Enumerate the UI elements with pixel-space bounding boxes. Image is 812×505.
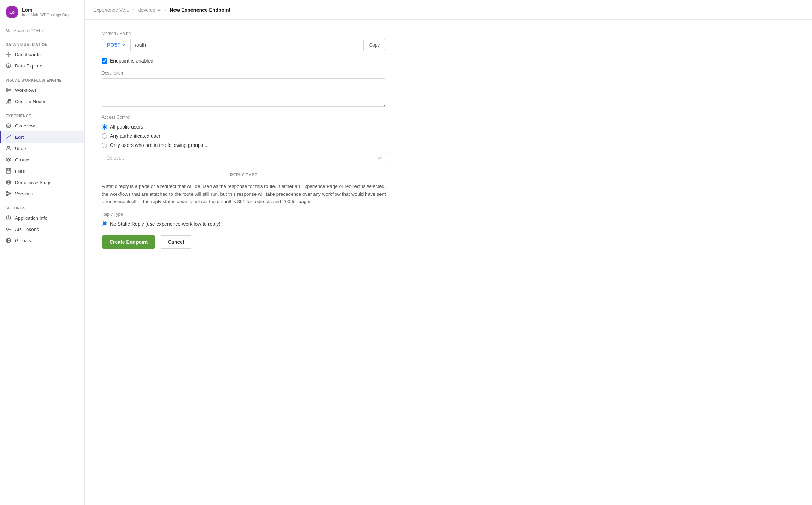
user-org: from Main WEGnology Org (22, 13, 69, 17)
user-name: Lom (22, 7, 69, 13)
route-input[interactable] (131, 39, 363, 50)
section-workflow: VISUAL WORKFLOW ENGINE Workflows Custom … (0, 73, 84, 108)
svg-point-29 (9, 158, 11, 160)
create-endpoint-button[interactable]: Create Endpoint (102, 235, 155, 249)
description-textarea[interactable] (102, 78, 386, 107)
users-icon (6, 145, 11, 151)
cancel-button[interactable]: Cancel (160, 235, 192, 249)
svg-point-34 (6, 194, 8, 196)
sidebar-item-versions[interactable]: Versions (0, 188, 84, 199)
breadcrumb-app: Experience Ve... (93, 7, 129, 13)
reply-type-label: Reply Type (102, 212, 386, 217)
section-settings: SETTINGS Application Info API Tokens Glo… (0, 201, 84, 248)
sidebar-item-workflows[interactable]: Workflows (0, 84, 84, 96)
svg-rect-21 (8, 101, 11, 102)
svg-point-42 (6, 228, 8, 230)
svg-point-33 (6, 191, 8, 193)
svg-point-27 (7, 146, 10, 148)
sidebar-item-globals[interactable]: Globals (0, 235, 84, 246)
sidebar-label-globals: Globals (15, 238, 31, 243)
endpoint-enabled-label: Endpoint is enabled (110, 58, 153, 64)
search-bar[interactable]: Search (⌥+L) (0, 24, 84, 37)
groups-select[interactable]: Select... (102, 152, 386, 164)
svg-rect-20 (8, 100, 11, 101)
section-label-data-viz: DATA VISUALIZATION (0, 43, 84, 49)
sidebar-label-dashboards: Dashboards (15, 52, 41, 57)
action-row: Create Endpoint Cancel (102, 235, 386, 249)
svg-rect-3 (9, 52, 11, 54)
sidebar-item-groups[interactable]: Groups (0, 154, 84, 165)
endpoint-enabled-row: Endpoint is enabled (102, 58, 386, 64)
user-profile[interactable]: Lo Lom from Main WEGnology Org (0, 0, 84, 24)
sidebar-item-data-explorer[interactable]: Data Explorer (0, 60, 84, 71)
section-label-settings: SETTINGS (0, 206, 84, 212)
description-block: Description (102, 71, 386, 108)
workflow-icon (6, 87, 11, 93)
access-option-any-auth: Any authenticated user (102, 133, 386, 139)
access-option-all-public: All public users (102, 124, 386, 130)
breadcrumb-branch[interactable]: develop (138, 7, 161, 13)
svg-rect-5 (9, 55, 11, 57)
method-dropdown[interactable]: POST (102, 39, 131, 50)
sidebar-label-custom-nodes: Custom Nodes (15, 99, 46, 104)
sidebar-label-domains: Domains & Slugs (15, 180, 52, 185)
avatar: Lo (6, 6, 18, 18)
radio-groups[interactable] (102, 143, 107, 148)
circle-icon (6, 63, 11, 69)
radio-any-auth[interactable] (102, 133, 107, 139)
description-label: Description (102, 71, 386, 76)
reply-option-no-static: No Static Reply (use experience workflow… (102, 221, 386, 227)
breadcrumb-sep-2: › (165, 7, 166, 13)
sidebar-item-users[interactable]: Users (0, 143, 84, 154)
radio-any-auth-label: Any authenticated user (110, 133, 160, 139)
svg-rect-4 (6, 55, 8, 57)
grid-icon (6, 52, 11, 57)
svg-rect-22 (8, 102, 11, 103)
app-info-icon (6, 215, 11, 221)
access-control-label: Access Control (102, 115, 386, 120)
svg-point-23 (6, 124, 11, 128)
form-content: Method / Route POST Copy Endpoint is ena… (85, 20, 403, 505)
sidebar-label-workflows: Workflows (15, 88, 37, 93)
sidebar-label-data-explorer: Data Explorer (15, 63, 44, 69)
svg-line-37 (8, 192, 9, 194)
overview-icon (6, 123, 11, 129)
svg-rect-16 (6, 99, 7, 104)
sidebar-item-domains[interactable]: Domains & Slugs (0, 177, 84, 188)
breadcrumb-current: New Experience Endpoint (170, 7, 230, 13)
svg-rect-30 (6, 168, 11, 173)
reply-type-divider: REPLY TYPE (102, 173, 386, 177)
section-label-experience: EXPERIENCE (0, 114, 84, 120)
sidebar-label-groups: Groups (15, 157, 30, 162)
sidebar-label-overview: Overview (15, 123, 35, 129)
sidebar-item-files[interactable]: Files (0, 165, 84, 177)
sidebar-item-custom-nodes[interactable]: Custom Nodes (0, 96, 84, 107)
sidebar-item-dashboards[interactable]: Dashboards (0, 49, 84, 60)
svg-line-38 (8, 194, 9, 195)
sidebar-label-files: Files (15, 168, 25, 174)
groups-icon (6, 157, 11, 162)
radio-all-public[interactable] (102, 124, 107, 130)
method-route-row: POST Copy (102, 39, 386, 51)
radio-no-static[interactable] (102, 221, 107, 226)
sidebar-item-api-tokens[interactable]: API Tokens (0, 224, 84, 235)
select-chevron-icon (377, 156, 381, 160)
breadcrumb-sep-1: › (133, 7, 135, 13)
main-panel: Experience Ve... › develop › New Experie… (85, 0, 812, 505)
versions-icon (6, 191, 11, 196)
sidebar-item-overview[interactable]: Overview (0, 120, 84, 131)
sidebar-item-edit[interactable]: Edit (0, 131, 84, 143)
divider-line-left (102, 175, 226, 175)
svg-line-1 (9, 31, 10, 32)
topbar: Experience Ve... › develop › New Experie… (85, 0, 812, 20)
endpoint-enabled-checkbox[interactable] (102, 58, 107, 64)
search-icon (6, 28, 11, 33)
sidebar-label-users: Users (15, 146, 27, 151)
method-chevron-icon (122, 43, 125, 47)
copy-button[interactable]: Copy (363, 40, 386, 50)
access-control-block: Access Control All public users Any auth… (102, 115, 386, 164)
radio-no-static-label: No Static Reply (use experience workflow… (110, 221, 220, 227)
globals-icon (6, 238, 11, 243)
reply-type-description: A static reply is a page or a redirect t… (102, 183, 386, 206)
sidebar-item-app-info[interactable]: Application Info (0, 212, 84, 224)
